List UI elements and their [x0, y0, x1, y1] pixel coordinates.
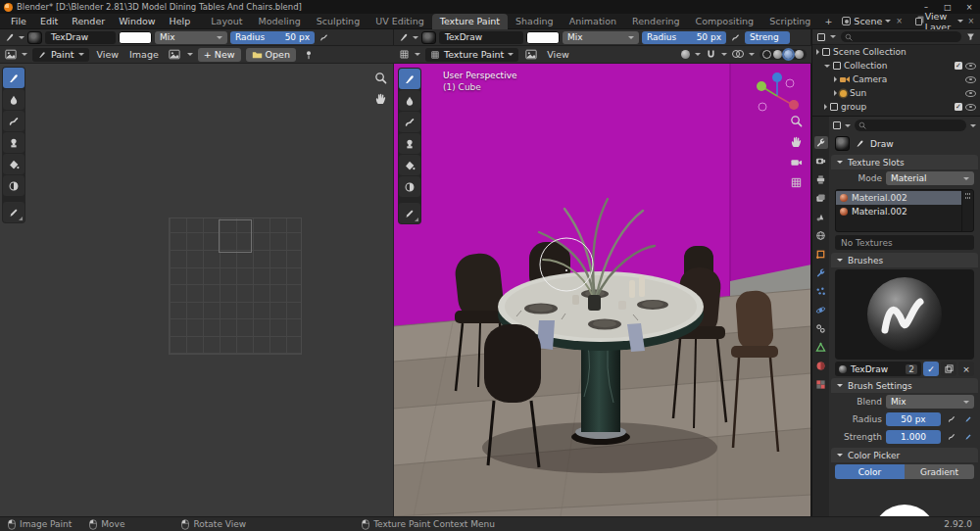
- tool-fill-button[interactable]: [399, 155, 420, 175]
- tab-scripting[interactable]: Scripting: [761, 14, 818, 29]
- outliner-search-input[interactable]: [841, 31, 961, 42]
- tab-texture[interactable]: [814, 378, 828, 391]
- gizmo-z-axis[interactable]: [772, 72, 782, 82]
- disclosure-icon[interactable]: [824, 65, 830, 68]
- texture-slots-panel-header[interactable]: Texture Slots: [831, 155, 978, 169]
- brush-preview-chip[interactable]: [27, 31, 42, 44]
- view-layer-unlink-icon[interactable]: ×: [966, 17, 977, 25]
- radius-pressure-icon[interactable]: [729, 31, 742, 44]
- disclosure-icon[interactable]: [834, 90, 837, 96]
- tab-view-layer[interactable]: [814, 192, 828, 205]
- outliner-row-scene-collection[interactable]: Scene Collection: [812, 45, 980, 59]
- outliner-row-camera[interactable]: Camera: [812, 72, 980, 86]
- unlink-brush-button[interactable]: ×: [958, 362, 974, 376]
- radius-slider[interactable]: Radius 50 px: [230, 31, 315, 44]
- tab-rendering[interactable]: Rendering: [624, 14, 688, 29]
- color-wheel[interactable]: [872, 505, 937, 516]
- color-tab[interactable]: Color: [835, 464, 905, 479]
- paint-tool-icon[interactable]: [4, 31, 16, 43]
- strength-slider[interactable]: 1.000: [886, 430, 941, 444]
- brush-color-swatch[interactable]: [526, 31, 560, 44]
- scene-unlink-icon[interactable]: ×: [894, 17, 905, 25]
- pan-hand-icon[interactable]: [790, 135, 803, 148]
- eye-icon[interactable]: [965, 76, 976, 83]
- brush-color-swatch[interactable]: [119, 31, 152, 44]
- brush-name-field[interactable]: TexDraw: [439, 31, 523, 44]
- strength-animate-icon[interactable]: [961, 431, 974, 444]
- tool-clone-button[interactable]: [3, 132, 24, 153]
- disclosure-icon[interactable]: [824, 104, 827, 110]
- menu-render[interactable]: Render: [65, 14, 112, 29]
- shading-material-icon[interactable]: [784, 50, 793, 59]
- tab-uv-editing[interactable]: UV Editing: [368, 14, 432, 29]
- strength-pressure-icon[interactable]: [945, 431, 957, 444]
- zoom-icon[interactable]: [790, 115, 803, 127]
- color-picker-panel-header[interactable]: Color Picker: [831, 448, 978, 462]
- eye-icon[interactable]: [965, 63, 976, 70]
- tab-modeling[interactable]: Modeling: [251, 14, 309, 29]
- texture-grid[interactable]: [169, 217, 302, 355]
- radius-slider[interactable]: 50 px: [886, 412, 941, 426]
- radius-pressure-icon[interactable]: [318, 31, 330, 44]
- image-editor-type-icon[interactable]: [5, 49, 17, 60]
- radius-animate-icon[interactable]: [961, 413, 974, 426]
- material-slot-row[interactable]: Material.002: [836, 205, 961, 218]
- tab-world[interactable]: [814, 229, 828, 242]
- tool-draw-button[interactable]: [3, 68, 24, 88]
- menu-view[interactable]: View: [94, 49, 122, 60]
- tool-mask-button[interactable]: [3, 175, 24, 196]
- viewport-editor-type-icon[interactable]: [399, 49, 410, 60]
- close-button[interactable]: ×: [958, 0, 980, 14]
- gradient-tab[interactable]: Gradient: [905, 464, 974, 479]
- tab-tool[interactable]: [814, 136, 828, 149]
- image-mode-dropdown[interactable]: Paint: [32, 48, 89, 62]
- brush-preview-chip[interactable]: [421, 31, 436, 44]
- tool-annotate-button[interactable]: [3, 202, 24, 222]
- tool-draw-button[interactable]: [399, 69, 420, 89]
- collection-checkbox[interactable]: ✓: [955, 62, 962, 70]
- interaction-mode-dropdown[interactable]: Texture Paint: [425, 48, 518, 62]
- tab-modifiers[interactable]: [814, 266, 828, 279]
- menu-image[interactable]: Image: [126, 49, 162, 60]
- tab-physics[interactable]: [814, 304, 828, 316]
- camera-view-icon[interactable]: [790, 156, 803, 169]
- tab-output[interactable]: [814, 173, 828, 186]
- gizmo-x-axis[interactable]: [789, 100, 799, 110]
- brush-user-count[interactable]: 2: [906, 364, 917, 374]
- eye-icon[interactable]: [965, 104, 976, 111]
- tab-texture-paint[interactable]: Texture Paint: [432, 14, 508, 29]
- tab-constraints[interactable]: [814, 322, 828, 335]
- blend-mode-dropdown[interactable]: Mix: [155, 31, 227, 44]
- tab-animation[interactable]: Animation: [562, 14, 624, 29]
- tab-sculpting[interactable]: Sculpting: [309, 14, 368, 29]
- filter-funnel-icon[interactable]: [966, 32, 975, 41]
- outliner-row-sun[interactable]: Sun: [812, 86, 980, 100]
- group-checkbox[interactable]: ✓: [955, 103, 962, 111]
- tab-object-data[interactable]: [814, 341, 828, 354]
- gizmo-neg-axis[interactable]: [759, 103, 766, 111]
- overlays-icon[interactable]: [732, 50, 744, 59]
- pan-hand-icon[interactable]: [374, 92, 387, 105]
- material-list-handle[interactable]: [961, 190, 973, 231]
- blend-mode-dropdown[interactable]: Mix: [563, 31, 639, 44]
- menu-file[interactable]: File: [4, 14, 33, 29]
- shading-rendered-icon[interactable]: [795, 50, 804, 59]
- tool-fill-button[interactable]: [3, 154, 24, 174]
- tool-soften-button[interactable]: [3, 89, 24, 110]
- properties-search-input[interactable]: [855, 120, 966, 131]
- outliner-editor-icon[interactable]: [817, 33, 825, 41]
- radius-slider[interactable]: Radius 50 px: [642, 31, 726, 44]
- brush-settings-panel-header[interactable]: Brush Settings: [831, 378, 978, 393]
- tab-layout[interactable]: Layout: [203, 14, 250, 29]
- tab-compositing[interactable]: Compositing: [688, 14, 762, 29]
- slot-image-icon[interactable]: [523, 48, 539, 62]
- duplicate-brush-button[interactable]: [941, 362, 956, 376]
- zoom-icon[interactable]: [374, 72, 387, 84]
- eye-icon[interactable]: [965, 90, 976, 97]
- outliner-row-collection[interactable]: Collection ✓: [812, 59, 980, 72]
- brushes-panel-header[interactable]: Brushes: [831, 253, 978, 267]
- shading-solid-icon[interactable]: [773, 50, 782, 59]
- disclosure-icon[interactable]: [834, 76, 837, 82]
- tab-object[interactable]: [814, 248, 828, 261]
- open-image-button[interactable]: Open: [246, 48, 296, 62]
